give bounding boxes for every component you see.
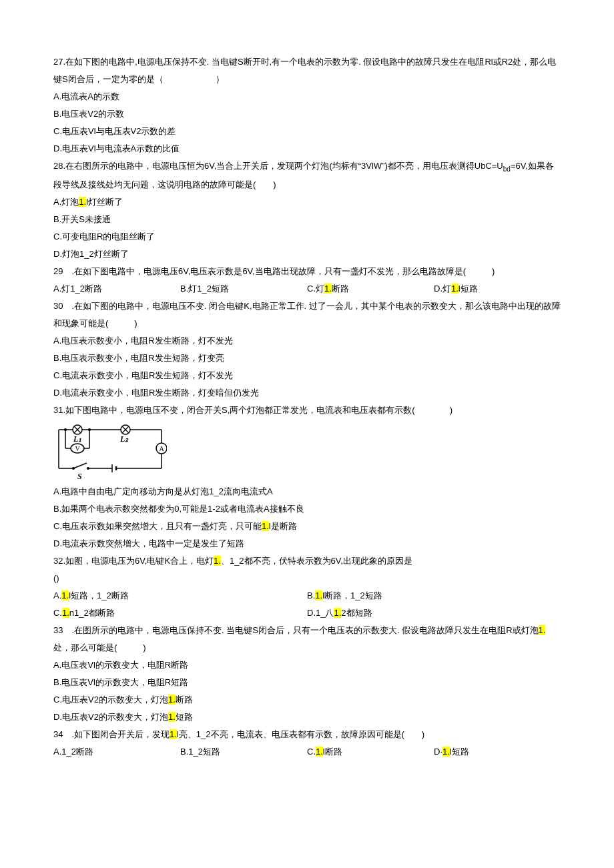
q33-stem-post: 处，那么可能是( )	[53, 642, 146, 653]
q32-stem-pre: 32.如图，电源电压为6V,电键K合上，电灯	[53, 556, 214, 566]
q32-d-pre: D.1_八	[307, 608, 334, 618]
q31-opt-d: D.电流表示数突然增大，电路中一定是发生了短路	[53, 535, 561, 552]
q32-a-pre: A.	[53, 590, 61, 600]
q29-options: A.灯1_2断路 B.灯1_2短路 C.灯1.断路 D.灯1.l短路	[53, 280, 561, 298]
q32-d-post: 2都短路	[341, 608, 372, 618]
q33-opt-c: C.电压表V2的示数变大，灯泡1.断路	[53, 691, 561, 709]
highlight: 1.	[62, 608, 69, 618]
highlight: 1.	[168, 695, 176, 705]
svg-point-24	[88, 428, 91, 431]
q33-d-pre: D.电压表V2的示数变大，灯泡	[53, 712, 168, 722]
q27-opt-a: A.电流表A的示数	[53, 88, 561, 105]
q32-b-post: l断路，1_2短路	[322, 590, 382, 600]
svg-point-5	[72, 467, 75, 470]
q29-opt-d: D.灯1.l短路	[434, 280, 561, 298]
highlight: 1.	[170, 729, 177, 739]
q33-opt-a: A.电压表Vl的示数变大，电阻R断路	[53, 657, 561, 674]
highlight: 1.	[324, 284, 332, 294]
q33-stem-pre: 33 .在图所示的电路中，电源电压保持不变. 当电键S闭合后，只有一个电压表的示…	[53, 625, 539, 635]
highlight: 1.	[316, 747, 323, 757]
q34-c-pre: C.	[307, 747, 316, 757]
q34-d-pre: D·	[434, 747, 442, 757]
q32-stem: 32.如图，电源电压为6V,电键K合上，电灯1.、1_2都不亮，伏特表示数为6V…	[53, 552, 561, 570]
q27-stem: 27.在如下图的电路中,电源电压保持不变. 当电键S断开时,有一个电表的示数为零…	[53, 53, 561, 88]
q30-opt-a: A.电压表示数变小，电阻R发生断路，灯不发光	[53, 332, 561, 350]
highlight: 1.	[214, 556, 221, 566]
q32-opt-a: A.1.l短路，1_2断路	[53, 587, 307, 604]
q27-opt-b: B.电压表V2的示数	[53, 105, 561, 123]
q32-stem-post: 、1_2都不亮，伏特表示数为6V,出现此象的原因是	[221, 556, 412, 566]
q28-sub: bd	[503, 165, 511, 173]
q30-opt-c: C.电流表示数变小，电阻R发生短路，灯不发光	[53, 367, 561, 384]
q34-opt-d: D·1.l短路	[434, 743, 561, 761]
q29-d-pre: D.灯	[434, 284, 451, 294]
q34-stem: 34 .如下图闭合开关后，发现1.l亮、1_2不亮，电流表、电压表都有示数，故障…	[53, 726, 561, 743]
highlight: 1.	[334, 608, 341, 618]
q31-opt-a: A.电路中自由电广定向移动方向是从灯泡1_2流向电流式A	[53, 483, 561, 500]
highlight: 1.	[61, 590, 69, 600]
highlight: 1.	[262, 521, 269, 531]
q31-c-pre: C.电压表示数如果突然增大，且只有一盏灯亮，只可能	[53, 521, 262, 531]
q29-c-post: 断路	[332, 284, 349, 294]
svg-point-23	[64, 428, 67, 431]
q29-c-pre: C.灯	[307, 284, 324, 294]
q29-opt-b: B.灯1_2短路	[180, 280, 307, 298]
q33-c-pre: C.电压表V2的示数变大，灯泡	[53, 695, 168, 705]
q28-opt-b: B.开关S未接通	[53, 211, 561, 228]
highlight: 1.	[79, 197, 86, 207]
l2-label: L₂	[119, 434, 129, 444]
q30-opt-b: B.电压表示数变小，电阻R发生短路，灯变亮	[53, 350, 561, 367]
q32-c-post: n1_2都断路	[69, 608, 115, 618]
q32-row1: A.1.l短路，1_2断路 B.1.l断路，1_2短路	[53, 587, 561, 604]
q34-stem-post: l亮、1_2不亮，电流表、电压表都有示数，故障原因可能是( )	[177, 729, 424, 739]
q31-c-post: l是断路	[269, 521, 297, 531]
q34-opt-b: B.1_2短路	[180, 743, 307, 761]
q28-stem-text1: 28.在右图所示的电路中，电源电压恒为6V,当合上开关后，发现两个灯泡(均标有“…	[53, 161, 503, 171]
q32-opt-d: D.1_八1.2都短路	[307, 604, 561, 622]
s-label: S	[77, 472, 82, 480]
q27-opt-d: D.电压表Vl与电流表A示数的比值	[53, 140, 561, 157]
q33-opt-d: D.电压表V2的示数变大，灯泡1.短路	[53, 709, 561, 726]
q31-stem: 31.如下图电路中，电源电压不变，闭合开关S,两个灯泡都正常发光，电流表和电压表…	[53, 402, 561, 419]
q28-opt-a: A.灯泡1.l灯丝断了	[53, 193, 561, 211]
q27-opt-c: C.电压表Vl与电压表V2示数的差	[53, 123, 561, 140]
q29-d-post: l短路	[458, 284, 478, 294]
q34-opt-c: C.1.l断路	[307, 743, 434, 761]
q32-c-pre: C.	[53, 608, 62, 618]
svg-line-4	[73, 463, 87, 468]
q34-c-post: l断路	[323, 747, 342, 757]
q28-opt-d: D.灯泡1_2灯丝断了	[53, 246, 561, 263]
q29-stem: 29 .在如下图电路中，电源电压6V,电压表示数是6V,当电路出现故障，只有一盏…	[53, 263, 561, 280]
l1-label: L₁	[73, 434, 81, 444]
q34-opt-a: A.1_2断路	[53, 743, 180, 761]
q28-stem: 28.在右图所示的电路中，电源电压恒为6V,当合上开关后，发现两个灯泡(均标有“…	[53, 157, 561, 193]
q31-opt-b: B.如果两个电表示数突然都变为0,可能是1-2或者电流表A接触不良	[53, 500, 561, 518]
q28-a-post: l灯丝断了	[86, 197, 123, 207]
ammeter-label: A	[159, 445, 164, 452]
q30-stem: 30 .在如下图的电路中，电源电压不变. 闭合电键K,电路正常工作. 过了一会儿…	[53, 298, 561, 332]
q29-opt-c: C.灯1.断路	[307, 280, 434, 298]
q32-opt-c: C.1.n1_2都断路	[53, 604, 307, 622]
circuit-diagram: V A L₁ L₂ S	[53, 422, 167, 480]
q32-b-pre: B.	[307, 590, 315, 600]
highlight: 1.	[451, 284, 458, 294]
highlight: 1.	[442, 747, 450, 757]
q30-opt-d: D.电流表示数变小，电阻R发生断路，灯变暗但仍发光	[53, 384, 561, 402]
q33-d-post: 短路	[176, 712, 193, 722]
highlight: 1.	[168, 712, 176, 722]
q28-opt-c: C.可变电阻R的电阻丝断了	[53, 228, 561, 246]
q32-paren: ()	[53, 570, 561, 587]
q33-opt-b: B.电压表Vl的示数变大，电阻R短路	[53, 674, 561, 691]
q32-opt-b: B.1.l断路，1_2短路	[307, 587, 561, 604]
q31-opt-c: C.电压表示数如果突然增大，且只有一盏灯亮，只可能1.l是断路	[53, 518, 561, 535]
voltmeter-label: V	[75, 445, 80, 452]
q33-stem: 33 .在图所示的电路中，电源电压保持不变. 当电键S闭合后，只有一个电压表的示…	[53, 622, 561, 657]
highlight: 1.	[539, 625, 546, 635]
q29-opt-a: A.灯1_2断路	[53, 280, 180, 298]
q34-stem-pre: 34 .如下图闭合开关后，发现	[53, 729, 170, 739]
q32-a-post: l短路，1_2断路	[69, 590, 129, 600]
q34-d-post: l短路	[450, 747, 469, 757]
q33-c-post: 断路	[176, 695, 193, 705]
q28-a-pre: A.灯泡	[53, 197, 79, 207]
highlight: 1.	[315, 590, 322, 600]
